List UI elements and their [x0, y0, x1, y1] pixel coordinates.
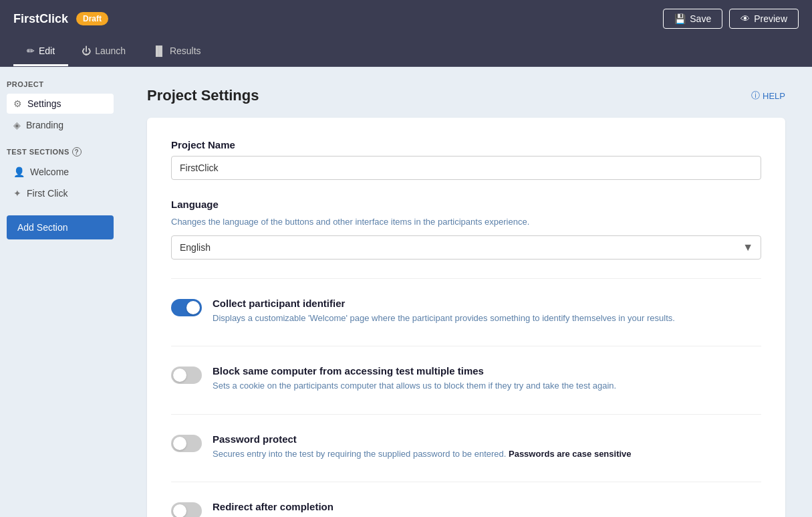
- sidebar-item-settings[interactable]: ⚙ Settings: [7, 94, 114, 114]
- add-section-button[interactable]: Add Section: [7, 215, 114, 239]
- toggle-collect-identifier-switch[interactable]: [171, 299, 202, 316]
- nav-actions: 💾 Save 👁 Preview: [663, 9, 799, 29]
- project-name-input[interactable]: [171, 156, 761, 180]
- preview-button[interactable]: 👁 Preview: [729, 9, 799, 29]
- launch-icon: ⏻: [82, 45, 91, 56]
- tab-edit[interactable]: ✏ Edit: [13, 37, 68, 66]
- toggle-thumb: [186, 301, 200, 314]
- save-icon: 💾: [674, 13, 686, 24]
- help-circle-icon: ⓘ: [751, 90, 760, 102]
- welcome-icon: 👤: [13, 167, 25, 177]
- language-label: Language: [171, 199, 761, 210]
- divider-3: [171, 414, 761, 415]
- divider-4: [171, 482, 761, 482]
- tab-launch[interactable]: ⏻ Launch: [68, 37, 139, 66]
- language-desc: Changes the language of the buttons and …: [171, 215, 761, 229]
- branding-icon: ◈: [13, 120, 21, 130]
- toggle-redirect: Redirect after completion Directs the br…: [171, 501, 761, 517]
- toggle-block-computer-text: Block same computer from accessing test …: [213, 365, 616, 393]
- page-title: Project Settings: [147, 87, 259, 104]
- save-button[interactable]: 💾 Save: [663, 9, 722, 29]
- language-select-wrapper: English Spanish French German Portuguese…: [171, 235, 761, 260]
- test-sections-info-icon[interactable]: ?: [72, 147, 82, 157]
- brand-name: FirstClick: [13, 12, 68, 26]
- sidebar-item-branding[interactable]: ◈ Branding: [7, 115, 114, 135]
- tab-results[interactable]: ▐▌ Results: [139, 37, 215, 66]
- toggle-collect-identifier-text: Collect participant identifier Displays …: [213, 298, 675, 325]
- toggle-password-protect-text: Password protect Secures entry into the …: [213, 433, 632, 461]
- toggle-thumb: [173, 437, 186, 450]
- toggle-track: [171, 435, 202, 452]
- status-badge: Draft: [76, 12, 108, 25]
- toggle-thumb: [173, 504, 186, 517]
- toggle-track: [171, 367, 202, 384]
- test-sections-label: TEST SECTIONS ?: [7, 147, 114, 157]
- settings-icon: ⚙: [13, 98, 22, 109]
- toggle-block-computer-switch[interactable]: [171, 367, 202, 384]
- top-nav: FirstClick Draft 💾 Save 👁 Preview: [0, 0, 812, 37]
- sidebar-item-first-click[interactable]: ✦ First Click: [7, 183, 114, 203]
- toggle-redirect-text: Redirect after completion Directs the br…: [213, 501, 493, 517]
- project-section-label: PROJECT: [7, 80, 114, 88]
- divider-2: [171, 346, 761, 346]
- help-link[interactable]: ⓘ HELP: [751, 90, 785, 102]
- toggle-block-computer: Block same computer from accessing test …: [171, 365, 761, 393]
- toggle-track: [171, 502, 202, 517]
- main-content: Project Settings ⓘ HELP Project Name Lan…: [120, 67, 812, 517]
- results-icon: ▐▌: [152, 45, 166, 56]
- first-click-icon: ✦: [13, 188, 21, 199]
- sidebar: PROJECT ⚙ Settings ◈ Branding TEST SECTI…: [0, 67, 120, 517]
- settings-card: Project Name Language Changes the langua…: [147, 118, 785, 517]
- page-header: Project Settings ⓘ HELP: [147, 87, 785, 104]
- toggle-thumb: [173, 369, 186, 382]
- toggle-collect-identifier: Collect participant identifier Displays …: [171, 298, 761, 325]
- sidebar-item-welcome[interactable]: 👤 Welcome: [7, 162, 114, 182]
- language-select[interactable]: English Spanish French German Portuguese: [171, 235, 761, 260]
- app-layout: PROJECT ⚙ Settings ◈ Branding TEST SECTI…: [0, 67, 812, 517]
- edit-icon: ✏: [27, 45, 35, 56]
- toggle-redirect-switch[interactable]: [171, 502, 202, 517]
- language-field: Language Changes the language of the but…: [171, 199, 761, 260]
- toggle-password-protect: Password protect Secures entry into the …: [171, 433, 761, 461]
- toggle-password-protect-switch[interactable]: [171, 435, 202, 452]
- divider-1: [171, 278, 761, 279]
- tab-bar: ✏ Edit ⏻ Launch ▐▌ Results: [0, 37, 812, 67]
- project-name-label: Project Name: [171, 139, 761, 150]
- preview-icon: 👁: [740, 13, 750, 24]
- project-name-field: Project Name: [171, 139, 761, 180]
- toggle-track: [171, 299, 202, 316]
